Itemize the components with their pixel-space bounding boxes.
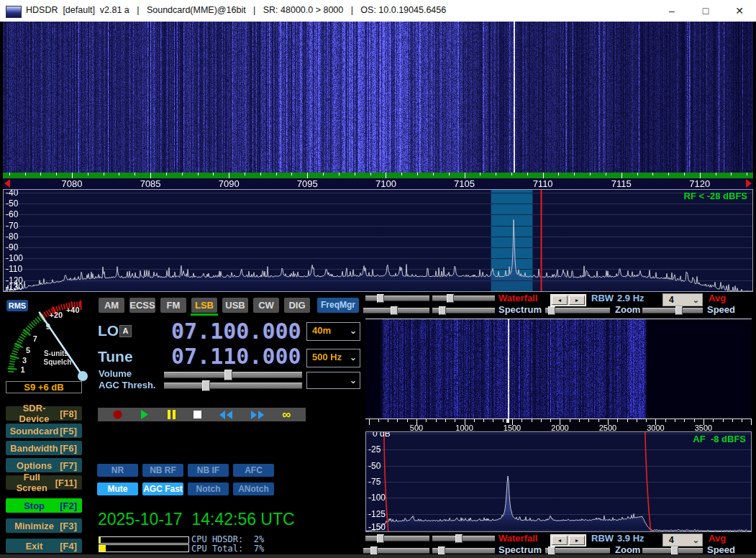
- af-speed-slider[interactable]: [642, 548, 703, 554]
- slider-thumb[interactable]: [447, 294, 454, 303]
- mode-button-cw[interactable]: CW: [253, 298, 279, 313]
- slider-thumb[interactable]: [439, 306, 446, 315]
- sdr-device-button[interactable]: SDR-Device[F8]: [6, 406, 82, 421]
- menu-button-label: Bandwidth: [9, 443, 60, 454]
- af-frequency-scale[interactable]: [365, 418, 752, 431]
- slider-thumb[interactable]: [202, 380, 210, 391]
- spin-right-button[interactable]: ▸: [569, 536, 585, 545]
- soundcard-button[interactable]: Soundcard[F5]: [6, 424, 82, 438]
- spin-left-button[interactable]: ◂: [552, 296, 568, 305]
- chevron-down-icon: ⌄: [693, 534, 699, 546]
- record-button[interactable]: [113, 409, 122, 420]
- volume-slider[interactable]: [164, 372, 302, 378]
- af-waterfall-brightness-slider[interactable]: [432, 536, 495, 541]
- lo-sync-button[interactable]: A: [119, 325, 132, 337]
- loop-button[interactable]: ∞: [282, 409, 291, 420]
- af-avg-label: Avg: [709, 533, 726, 544]
- rf-spectrum-display[interactable]: [3, 189, 753, 292]
- af-spectrum-range-slider[interactable]: [432, 548, 495, 554]
- rf-avg-dropdown[interactable]: 4⌄: [662, 293, 703, 306]
- rf-waterfall-contrast-slider[interactable]: [365, 296, 429, 301]
- s-meter-reading: S9 +6 dB: [6, 381, 82, 393]
- exit-button[interactable]: Exit[F4]: [6, 539, 82, 553]
- spin-right-button[interactable]: ▸: [569, 296, 585, 305]
- nr-button[interactable]: NR: [97, 464, 138, 477]
- rf-waterfall-brightness-slider[interactable]: [432, 296, 495, 301]
- af-spectrum-ref-slider[interactable]: [363, 548, 429, 554]
- rewind-button[interactable]: [219, 409, 232, 420]
- close-window-button[interactable]: ✕: [723, 0, 756, 22]
- af-avg-dropdown[interactable]: 4⌄: [662, 534, 703, 546]
- slider-thumb[interactable]: [675, 306, 683, 315]
- anotch-button[interactable]: ANotch: [233, 482, 274, 495]
- mode-button-fm[interactable]: FM: [160, 298, 186, 313]
- nb-if-button[interactable]: NB IF: [188, 464, 229, 477]
- slider-thumb[interactable]: [391, 306, 398, 315]
- pause-button[interactable]: [168, 409, 176, 420]
- titlebar: HDSDR [default] v2.81 a | Soundcard(MME)…: [0, 0, 756, 22]
- datetime-display: 2025-10-17 14:42:56 UTC: [98, 510, 295, 529]
- notch-button[interactable]: Notch: [188, 482, 229, 495]
- mode-button-am[interactable]: AM: [99, 298, 124, 313]
- stop-button[interactable]: [193, 409, 201, 420]
- minimize-window-button[interactable]: –: [655, 0, 688, 22]
- avg-dropdown-value: 4: [669, 295, 674, 305]
- chevron-down-icon: ⌄: [350, 372, 357, 388]
- playback-bar: ∞: [98, 408, 306, 421]
- rf-waterfall-display[interactable]: [3, 22, 753, 173]
- mode-button-dig[interactable]: DIG: [284, 298, 310, 313]
- slider-thumb[interactable]: [377, 294, 384, 303]
- options-button[interactable]: Options[F7]: [6, 458, 82, 472]
- app-icon: [6, 6, 22, 18]
- s-meter-mode-badge[interactable]: RMS: [6, 300, 28, 311]
- menu-button-label: Soundcard: [9, 426, 60, 436]
- s-meter-scale-label: +20: [50, 311, 63, 319]
- menu-button-key: [F8]: [60, 408, 77, 419]
- stop-button[interactable]: Stop[F2]: [6, 498, 82, 513]
- menu-button-key: [F11]: [55, 477, 77, 488]
- menu-button-key: [F6]: [60, 443, 77, 454]
- rf-frequency-scale[interactable]: [3, 173, 753, 189]
- mute-button[interactable]: Mute: [97, 482, 138, 495]
- nb-rf-button[interactable]: NB RF: [142, 464, 183, 477]
- chevron-down-icon: ⌄: [350, 323, 357, 339]
- step-dropdown[interactable]: 500 Hz⌄: [306, 349, 360, 367]
- slider-thumb[interactable]: [455, 534, 463, 543]
- rf-spectrum-range-slider[interactable]: [432, 308, 495, 314]
- mode-button-usb[interactable]: USB: [222, 298, 248, 313]
- af-spectrum-display[interactable]: [365, 431, 752, 532]
- play-button[interactable]: [140, 409, 149, 420]
- active-mode-underline: [191, 314, 218, 316]
- af-waterfall-contrast-slider[interactable]: [365, 536, 429, 541]
- rf-zoom-label: Zoom: [615, 304, 640, 315]
- afc-button[interactable]: AFC: [233, 464, 274, 477]
- slider-thumb[interactable]: [377, 534, 384, 543]
- menu-button-label: Stop: [9, 500, 60, 511]
- tune-frequency-display[interactable]: 07.110.000: [171, 344, 301, 369]
- slider-thumb[interactable]: [224, 370, 232, 380]
- extra-dropdown[interactable]: ⌄: [306, 372, 360, 389]
- bandwidth-button[interactable]: Bandwidth[F6]: [6, 441, 82, 455]
- minimize-button[interactable]: Minimize[F3]: [6, 518, 82, 533]
- af-waterfall-display[interactable]: [365, 319, 752, 418]
- lo-frequency-display[interactable]: 07.100.000: [171, 319, 301, 344]
- maximize-window-button[interactable]: □: [689, 0, 722, 22]
- slider-thumb[interactable]: [548, 306, 555, 315]
- freqmgr-button[interactable]: FreqMgr: [317, 298, 359, 313]
- rf-speed-slider[interactable]: [642, 308, 703, 314]
- menu-button-key: [F4]: [60, 541, 77, 552]
- cpu-hdsdr-label: CPU HDSDR: 2%: [191, 534, 264, 544]
- agc-threshold-slider[interactable]: [164, 383, 302, 389]
- mode-button-ecss[interactable]: ECSS: [129, 298, 155, 313]
- rf-zoom-slider[interactable]: [545, 308, 610, 314]
- mode-button-lsb[interactable]: LSB: [191, 298, 217, 313]
- band-dropdown[interactable]: 40m⌄: [306, 322, 360, 341]
- fast-forward-button[interactable]: [251, 409, 264, 420]
- rf-spectrum-ref-slider[interactable]: [363, 308, 429, 314]
- af-speed-label: Speed: [707, 544, 735, 555]
- avg-dropdown-value: 4: [669, 535, 674, 545]
- af-zoom-slider[interactable]: [545, 548, 610, 554]
- spin-left-button[interactable]: ◂: [552, 536, 568, 545]
- agc-fast-button[interactable]: AGC Fast: [142, 482, 183, 495]
- full-screen-button[interactable]: Full Screen[F11]: [6, 475, 82, 490]
